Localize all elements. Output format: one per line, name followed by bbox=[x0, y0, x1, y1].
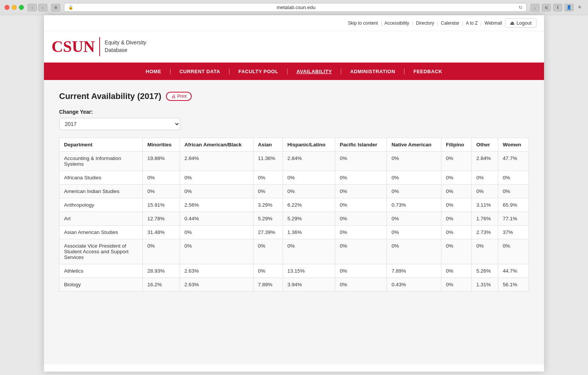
cell-value: 0% bbox=[387, 239, 441, 264]
cell-value: 0% bbox=[498, 185, 529, 198]
cell-value: 0% bbox=[283, 239, 335, 264]
nav-home[interactable]: HOME bbox=[138, 63, 169, 80]
cell-value: 3.94% bbox=[283, 278, 335, 292]
profile-button[interactable]: 👤 bbox=[565, 4, 574, 11]
cell-department: Accounting & Information Systems bbox=[59, 152, 143, 171]
nav-current-data[interactable]: CURRENT DATA bbox=[172, 63, 228, 80]
webmail-link[interactable]: Webmail bbox=[485, 20, 502, 26]
cell-value: 0% bbox=[387, 212, 441, 226]
col-header-department: Department bbox=[59, 138, 143, 152]
col-header-african-american: African American/Black bbox=[180, 138, 253, 152]
cell-value: 0% bbox=[283, 171, 335, 185]
tagline-line1: Equity & Diversity bbox=[105, 39, 146, 47]
logo-divider bbox=[99, 37, 100, 56]
table-row: Asian American Studies31.48%0%27.39%1.36… bbox=[59, 226, 529, 239]
table-header-row: Department Minorities African American/B… bbox=[59, 138, 529, 152]
cell-value: 0% bbox=[441, 212, 471, 226]
cell-value: 0% bbox=[441, 278, 471, 292]
close-button[interactable] bbox=[5, 5, 9, 10]
cell-value: 0% bbox=[441, 226, 471, 239]
cell-value: 0% bbox=[472, 171, 498, 185]
table-row: Art12.78%0.44%5.29%5.29%0%0%0%1.76%77.1% bbox=[59, 212, 529, 226]
print-button[interactable]: 🖨 Print bbox=[166, 92, 192, 101]
cell-value: 31.48% bbox=[143, 226, 180, 239]
cell-value: 0% bbox=[283, 185, 335, 198]
cell-value: 19.88% bbox=[143, 152, 180, 171]
info-button[interactable]: ℹ bbox=[553, 4, 562, 11]
skip-to-content-link[interactable]: Skip to content bbox=[348, 20, 378, 26]
col-header-filipino: Filipino bbox=[441, 138, 471, 152]
top-bar-links: Skip to content | Accessibility | Direct… bbox=[348, 20, 502, 26]
calendar-link[interactable]: Calendar bbox=[441, 20, 460, 26]
nav-buttons: ‹ › bbox=[28, 4, 47, 11]
cell-value: 2.63% bbox=[180, 278, 253, 292]
csun-logo[interactable]: CSUN bbox=[52, 39, 95, 55]
a-to-z-link[interactable]: A to Z bbox=[466, 20, 478, 26]
cell-value: 27.39% bbox=[253, 226, 283, 239]
col-header-women: Women bbox=[498, 138, 529, 152]
cell-value: 0% bbox=[441, 239, 471, 264]
maximize-button[interactable] bbox=[19, 5, 24, 10]
cell-value: 2.84% bbox=[472, 152, 498, 171]
directory-link[interactable]: Directory bbox=[416, 20, 434, 26]
accessibility-link[interactable]: Accessibility bbox=[385, 20, 409, 26]
cell-value: 0% bbox=[143, 239, 180, 264]
cell-value: 0% bbox=[143, 185, 180, 198]
cell-value: 0% bbox=[143, 171, 180, 185]
cell-value: 0% bbox=[335, 239, 387, 264]
cell-value: 77.1% bbox=[498, 212, 529, 226]
nav-availability[interactable]: AVAILABILITY bbox=[289, 63, 340, 80]
download-button[interactable]: ↓ bbox=[530, 4, 540, 11]
cell-value: 2.63% bbox=[180, 264, 253, 278]
cell-value: 0% bbox=[335, 185, 387, 198]
cell-value: 0% bbox=[335, 278, 387, 292]
forward-button[interactable]: › bbox=[38, 4, 47, 11]
new-tab-button[interactable]: + bbox=[576, 4, 583, 11]
cell-value: 0.43% bbox=[387, 278, 441, 292]
cell-value: 3.11% bbox=[472, 198, 498, 212]
cell-value: 0% bbox=[253, 239, 283, 264]
cell-value: 0% bbox=[180, 185, 253, 198]
cell-value: 0% bbox=[472, 185, 498, 198]
table-row: American Indian Studies0%0%0%0%0%0%0%0%0… bbox=[59, 185, 529, 198]
logout-label: Logout bbox=[516, 20, 532, 26]
cell-department: Asian American Studies bbox=[59, 226, 143, 239]
cell-department: Athletics bbox=[59, 264, 143, 278]
table-row: Africana Studies0%0%0%0%0%0%0%0%0% bbox=[59, 171, 529, 185]
back-button[interactable]: ‹ bbox=[28, 4, 37, 11]
browser-right-controls: ↓ ⑆ ℹ 👤 + bbox=[530, 4, 583, 11]
cell-value: 1.36% bbox=[283, 226, 335, 239]
cell-value: 0% bbox=[253, 171, 283, 185]
logout-button[interactable]: ⏏ Logout bbox=[505, 18, 536, 28]
cell-value: 0% bbox=[180, 239, 253, 264]
cell-value: 65.9% bbox=[498, 198, 529, 212]
col-header-other: Other bbox=[472, 138, 498, 152]
cell-value: 3.29% bbox=[253, 198, 283, 212]
print-icon: 🖨 bbox=[171, 94, 176, 99]
cell-value: 5.29% bbox=[283, 212, 335, 226]
table-row: Anthropology15.91%2.56%3.29%6.22%0%0.73%… bbox=[59, 198, 529, 212]
nav-administration[interactable]: ADMINISTRATION bbox=[342, 63, 403, 80]
cell-value: 47.7% bbox=[498, 152, 529, 171]
main-content: Current Availability (2017) 🖨 Print Chan… bbox=[44, 80, 544, 364]
tab-view-button[interactable]: ⊞ bbox=[51, 4, 60, 11]
cell-value: 0% bbox=[387, 171, 441, 185]
cell-value: 0% bbox=[498, 171, 529, 185]
logo-area: CSUN Equity & Diversity Database bbox=[52, 37, 146, 56]
url-text: metalab.csun.edu bbox=[76, 5, 516, 10]
cell-value: 0% bbox=[253, 264, 283, 278]
github-button[interactable]: ⑆ bbox=[542, 4, 551, 11]
cell-department: Biology bbox=[59, 278, 143, 292]
minimize-button[interactable] bbox=[12, 5, 17, 10]
refresh-icon[interactable]: ↻ bbox=[519, 5, 522, 10]
address-bar[interactable]: 🔒 metalab.csun.edu ↻ bbox=[64, 3, 527, 12]
nav-feedback[interactable]: FEEDBACK bbox=[406, 63, 450, 80]
table-row: Accounting & Information Systems19.88%2.… bbox=[59, 152, 529, 171]
cell-department: American Indian Studies bbox=[59, 185, 143, 198]
tagline-line2: Database bbox=[105, 47, 146, 54]
page-wrapper: Skip to content | Accessibility | Direct… bbox=[44, 15, 544, 372]
year-select[interactable]: 2015 2016 2017 2018 bbox=[59, 118, 180, 130]
nav-faculty-pool[interactable]: FACULTY POOL bbox=[231, 63, 286, 80]
cell-value: 0% bbox=[335, 171, 387, 185]
cell-value: 0% bbox=[498, 239, 529, 264]
